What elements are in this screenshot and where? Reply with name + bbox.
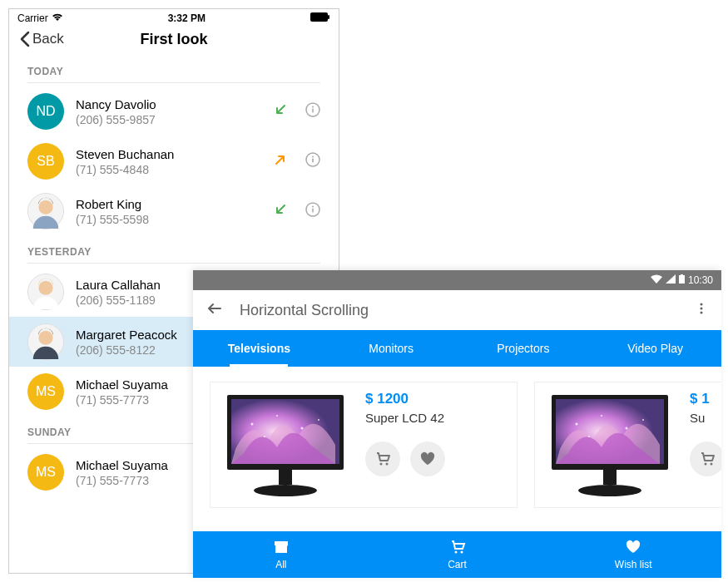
tab-monitors[interactable]: Monitors — [325, 330, 458, 367]
bottom-nav-cart[interactable]: Cart — [369, 531, 546, 578]
info-button[interactable] — [305, 202, 320, 220]
signal-icon — [666, 274, 676, 286]
android-appbar: Horizontal Scrolling — [193, 290, 721, 330]
avatar: ND — [27, 93, 64, 130]
ios-nav-bar: Back First look — [9, 26, 339, 56]
svg-point-25 — [251, 423, 254, 426]
svg-point-39 — [626, 427, 628, 430]
contact-name: Robert King — [76, 197, 262, 211]
contact-name: Nancy Davolio — [76, 97, 262, 111]
chevron-left-icon — [19, 31, 31, 47]
product-name: Super LCD 42 — [365, 411, 445, 425]
tab-projectors[interactable]: Projectors — [458, 330, 590, 367]
bottom-nav-label: All — [275, 559, 286, 570]
svg-point-9 — [38, 200, 52, 215]
status-time: 10:30 — [688, 274, 713, 286]
svg-rect-4 — [312, 109, 314, 113]
call-direction-button[interactable] — [274, 103, 287, 120]
divider — [27, 82, 320, 83]
contact-row[interactable]: SB Steven Buchanan (71) 555-4848 — [9, 136, 339, 186]
product-image — [219, 391, 352, 499]
contact-row[interactable]: ND Nancy Davolio (206) 555-9857 — [9, 86, 339, 136]
back-button[interactable]: Back — [19, 31, 64, 47]
svg-rect-18 — [681, 274, 683, 275]
ios-status-bar: Carrier 3:32 PM — [9, 9, 339, 26]
svg-point-21 — [701, 312, 703, 314]
bottom-nav-label: Cart — [448, 559, 467, 570]
product-price: $ 1 — [690, 391, 721, 407]
add-to-cart-button[interactable] — [365, 441, 400, 476]
back-label: Back — [32, 31, 64, 47]
svg-rect-42 — [603, 470, 617, 485]
wifi-icon — [52, 12, 63, 24]
back-arrow-button[interactable] — [206, 300, 223, 320]
call-direction-button[interactable] — [274, 203, 287, 219]
cart-icon — [699, 451, 716, 467]
svg-rect-1 — [328, 15, 329, 19]
tab-label: Projectors — [497, 342, 549, 355]
product-price: $ 1200 — [365, 391, 445, 407]
tab-label: Video Play — [627, 342, 683, 355]
contact-row[interactable]: Robert King (71) 555-5598 — [9, 186, 339, 236]
tab-televisions[interactable]: Televisions — [193, 330, 325, 367]
incoming-call-icon — [274, 203, 287, 216]
wishlist-button[interactable] — [410, 441, 445, 476]
svg-point-43 — [578, 485, 641, 496]
product-card[interactable]: $ 1200 Super LCD 42 — [210, 382, 518, 508]
svg-point-11 — [312, 206, 314, 208]
tab-label: Televisions — [228, 342, 290, 355]
avatar: MS — [27, 373, 64, 410]
svg-point-26 — [276, 415, 278, 417]
svg-point-29 — [264, 436, 265, 437]
product-name: Su — [690, 411, 721, 425]
battery-icon — [310, 12, 330, 24]
arrow-left-icon — [206, 300, 223, 317]
battery-icon — [679, 274, 685, 286]
tab-video-play[interactable]: Video Play — [589, 330, 721, 367]
more-vert-icon — [695, 302, 708, 315]
overflow-menu-button[interactable] — [695, 302, 708, 318]
tab-label: Monitors — [369, 342, 414, 355]
svg-rect-30 — [279, 470, 292, 485]
incoming-call-icon — [274, 103, 287, 116]
bottom-nav-all[interactable]: All — [193, 531, 369, 578]
cart-icon — [374, 451, 391, 467]
outgoing-call-icon — [274, 153, 287, 166]
avatar — [27, 274, 64, 310]
carrier-label: Carrier — [17, 12, 48, 24]
contact-phone: (206) 555-9857 — [76, 113, 262, 126]
android-device-frame: 10:30 Horizontal Scrolling TelevisionsMo… — [193, 270, 721, 578]
product-card[interactable]: $ 1 Su — [534, 382, 721, 508]
bottom-nav-label: Wish list — [615, 559, 652, 570]
add-to-cart-button[interactable] — [690, 441, 721, 476]
info-button[interactable] — [305, 102, 320, 121]
info-icon — [305, 102, 320, 117]
svg-point-37 — [576, 423, 578, 426]
contact-name: Steven Buchanan — [76, 147, 262, 161]
svg-point-20 — [701, 308, 703, 310]
svg-point-40 — [642, 419, 644, 421]
svg-point-14 — [38, 281, 52, 295]
svg-point-3 — [312, 106, 314, 108]
svg-point-45 — [711, 463, 713, 466]
bottom-nav-wish-list[interactable]: Wish list — [545, 531, 721, 578]
wifi-icon — [651, 274, 662, 286]
cart-icon — [449, 540, 466, 557]
product-image — [543, 391, 676, 499]
appbar-title: Horizontal Scrolling — [240, 302, 678, 319]
contact-phone: (71) 555-5598 — [76, 213, 262, 226]
svg-point-41 — [588, 436, 590, 437]
call-direction-button[interactable] — [274, 153, 287, 170]
product-list[interactable]: $ 1200 Super LCD 42 $ 1 Su — [193, 367, 721, 516]
info-button[interactable] — [305, 152, 320, 170]
svg-point-38 — [601, 415, 602, 417]
avatar — [27, 323, 64, 360]
store-icon — [273, 540, 290, 557]
svg-point-33 — [386, 463, 389, 466]
svg-point-28 — [318, 419, 319, 421]
svg-point-31 — [254, 485, 317, 496]
tab-bar: TelevisionsMonitorsProjectorsVideo Play — [193, 330, 721, 367]
svg-point-6 — [312, 156, 314, 158]
heart-icon — [419, 451, 436, 467]
svg-point-27 — [301, 427, 304, 430]
